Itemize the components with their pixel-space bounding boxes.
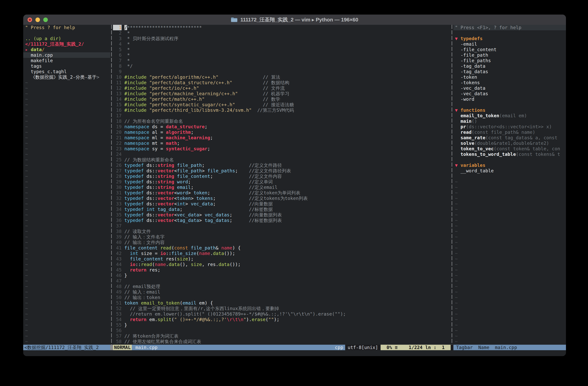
code-line[interactable]: 30typedef ds::string email; //定义email: [113, 184, 451, 190]
zoom-button[interactable]: [43, 18, 48, 22]
tagbar-tag[interactable]: -file_path: [453, 52, 566, 58]
code-line[interactable]: 28typedef ds::string file_content; //定义文…: [113, 174, 451, 179]
code-line[interactable]: 58// 使用左倾红黑树集合来合成词汇表: [113, 339, 451, 344]
code-line[interactable]: 31typedef ds::vector<word> token; //定义to…: [113, 190, 451, 196]
nerdtree-file-types-taghl[interactable]: types_c.taghl: [23, 69, 110, 74]
tagbar-tag[interactable]: -tokens: [453, 80, 566, 85]
code-line[interactable]: 19namespace ds = data_structure;: [113, 124, 451, 129]
code-line[interactable]: 44 io::read(name.data(), size, res.data(…: [113, 262, 451, 267]
close-button[interactable]: [28, 18, 32, 22]
code-line[interactable]: 25// 为数据结构重新命名: [113, 157, 451, 163]
minimize-button[interactable]: [35, 18, 40, 22]
tagbar-tag[interactable]: -email: [453, 41, 566, 47]
tagbar-tag[interactable]: -word: [453, 96, 566, 102]
code-line[interactable]: 35typedef ds::vector<vec_data> vec_datas…: [113, 212, 451, 218]
code-line[interactable]: 40// 输出：文件内容: [113, 240, 451, 245]
code-line[interactable]: 47: [113, 278, 451, 284]
tagbar-section-variables[interactable]: ▼ variables: [453, 163, 566, 168]
code-line[interactable]: 14#include "perfect/math/c++.h" // 数学: [113, 96, 451, 102]
code-line[interactable]: 7 *: [113, 58, 451, 63]
tagbar-tag[interactable]: -tag_data: [453, 63, 566, 69]
code-line[interactable]: 27typedef ds::vector<file_path> file_pat…: [113, 168, 451, 174]
code-line[interactable]: 26typedef ds::string file_path; //定义文件路径: [113, 163, 451, 168]
code-line[interactable]: 51token email_to_token(email em) {: [113, 300, 451, 306]
code-line[interactable]: 36typedef ds::vector<tag_data> tag_datas…: [113, 218, 451, 223]
code-line[interactable]: 33typedef ds::vector<int> vec_data; //向量…: [113, 201, 451, 206]
code-line[interactable]: 1/***************************: [113, 25, 451, 30]
code-line[interactable]: 45 return res;: [113, 267, 451, 273]
code-line[interactable]: 10#include "perfect/algorithm/c++.h" // …: [113, 74, 451, 80]
tagbar-tag[interactable]: read(const file_path& name): [453, 129, 566, 135]
tagbar-tag[interactable]: same_rate(const tag_datas& a, const: [453, 135, 566, 141]
tagbar-tag[interactable]: token_to_vec(const token& table, con: [453, 146, 566, 151]
tagbar-tag[interactable]: -file_paths: [453, 58, 566, 63]
code-line[interactable]: 12#include "perfect/io/c++.h" // 文件流: [113, 85, 451, 91]
code-line[interactable]: 4 *: [113, 41, 451, 47]
tagbar-tag[interactable]: pr(ds::vector<ds::vector<int>> x): [453, 124, 566, 129]
code-line[interactable]: 41file_content read(const file_path& nam…: [113, 245, 451, 251]
code-line[interactable]: 48// email预处理: [113, 284, 451, 289]
code-line[interactable]: 50// 输出：token: [113, 295, 451, 300]
code-line[interactable]: 2 *: [113, 30, 451, 36]
tagbar-tag[interactable]: -file_content: [453, 47, 566, 52]
code-line[interactable]: 24: [113, 151, 451, 157]
code-line[interactable]: 8 */: [113, 63, 451, 69]
nerdtree-file-main-cpp[interactable]: main.cpp: [23, 52, 110, 58]
nerdtree-file-shuju-wajue[interactable]: 《数据挖掘》实践_2-分类-基于>: [23, 74, 110, 80]
tagbar-tag[interactable]: tokens_to_word_table(const tokens& t: [453, 151, 566, 157]
tagbar-tag[interactable]: email_to_token(email em): [453, 113, 566, 119]
code-line[interactable]: 3 * 贝叶斯分类器测试程序: [113, 36, 451, 41]
empty-line-tilde: ~: [23, 124, 110, 129]
vertical-split-separator-left[interactable]: [110, 25, 113, 345]
code-line[interactable]: 42 int size = io::file_size(name.data())…: [113, 251, 451, 256]
vertical-split-separator-right[interactable]: [451, 25, 453, 345]
line-number: 29: [113, 179, 122, 184]
code-line[interactable]: 5 *: [113, 47, 451, 52]
code-line[interactable]: 17: [113, 113, 451, 119]
code-line[interactable]: 15#include "perfect/syntactic_sugar/c++.…: [113, 102, 451, 107]
nerdtree-up-dir[interactable]: .. (up a dir): [23, 36, 110, 41]
code-line[interactable]: 11#include "perfect/data_structure/c++.h…: [113, 80, 451, 85]
code-line[interactable]: 20namespace al = algorithm;: [113, 129, 451, 135]
tagbar-tag[interactable]: main(): [453, 119, 566, 124]
nerdtree-file-makefile[interactable]: makefile: [23, 58, 110, 63]
code-line[interactable]: 22namespace mt = math;: [113, 141, 451, 146]
code-line[interactable]: 29typedef ds::string word; //定义单词: [113, 179, 451, 184]
code-line[interactable]: 53 //return em.lower().split(" ()0123456…: [113, 311, 451, 317]
code-line[interactable]: 49// 输入：email: [113, 289, 451, 295]
tagbar-tag[interactable]: solve(double&rate1,double&rate2): [453, 141, 566, 146]
code-line[interactable]: 23namespace sy = syntactic_sugar;: [113, 146, 451, 151]
code-line[interactable]: 39// 输入：文件名字: [113, 234, 451, 240]
code-line[interactable]: 56: [113, 328, 451, 333]
nerdtree-pane[interactable]: " Press ? for help.. (up a dir)</111172_…: [23, 25, 110, 345]
code-line[interactable]: 43 file_content res(size);: [113, 256, 451, 262]
tagbar-tag[interactable]: -vec_data: [453, 85, 566, 91]
tagbar-tag[interactable]: -token: [453, 74, 566, 80]
tagbar-section-functions[interactable]: ▼ functions: [453, 107, 566, 113]
empty-line-tilde: ~: [23, 102, 110, 107]
code-line[interactable]: 16#include "perfect/third_lib/libsvm-3.2…: [113, 107, 451, 113]
nerdtree-root[interactable]: </111172_汪圣翔_实践_2/: [23, 41, 110, 47]
code-line[interactable]: 38// 读取文件: [113, 229, 451, 234]
code-line[interactable]: 57// 将token合并为词汇表: [113, 333, 451, 339]
tagbar-section-typedefs[interactable]: ▼ typedefs: [453, 36, 566, 41]
tagbar-tag[interactable]: -vec_datas: [453, 91, 566, 96]
tagbar-tag[interactable]: -tag_datas: [453, 69, 566, 74]
code-line[interactable]: 34typedef int tag_data; //标签数据: [113, 206, 451, 212]
code-line[interactable]: 13#include "perfect/machine_learning/c++…: [113, 91, 451, 96]
code-line[interactable]: 21namespace ml = machine_learning;: [113, 135, 451, 141]
code-line[interactable]: 18// 为所有命名空间重新命名: [113, 119, 451, 124]
tagbar-tag[interactable]: __word_table: [453, 168, 566, 174]
nerdtree-file-tags[interactable]: tags: [23, 63, 110, 69]
code-line[interactable]: 37: [113, 223, 451, 229]
code-line[interactable]: 9: [113, 69, 451, 74]
code-line[interactable]: 6 *: [113, 52, 451, 58]
code-line[interactable]: 46}: [113, 273, 451, 278]
nerdtree-dir-data[interactable]: ▸ data/: [23, 47, 110, 52]
code-line[interactable]: 54 return em.split(" ()=+-*/#@%&.:;,?'\r…: [113, 317, 451, 322]
code-line[interactable]: 32typedef ds::vector<token> tokens; //定义…: [113, 196, 451, 201]
code-line[interactable]: 52 // 这里一定要特别注意，里面有/r,这个东西linux系统回出错，要删掉: [113, 306, 451, 311]
code-line[interactable]: 55}: [113, 322, 451, 328]
tagbar-pane[interactable]: " Press <F1>, ? for help▼ typedefs -emai…: [453, 25, 566, 345]
code-pane[interactable]: 1/***************************2 *3 * 贝叶斯分…: [113, 25, 451, 345]
